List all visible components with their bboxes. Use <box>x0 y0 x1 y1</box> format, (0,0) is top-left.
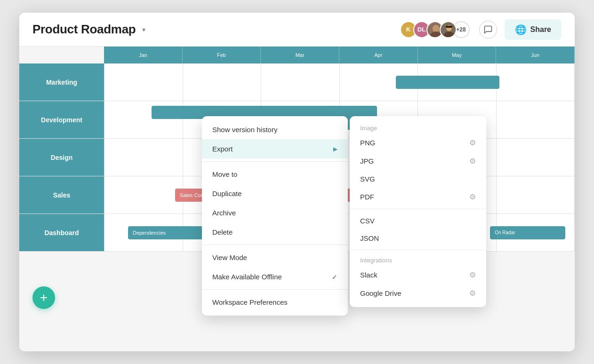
offline-check-icon: ✓ <box>332 273 337 281</box>
submenu-item-png[interactable]: PNG ⚙ <box>350 134 486 152</box>
app-container: Product Roadmap ▾ K DL <box>19 13 575 351</box>
share-button[interactable]: 🌐 Share <box>505 19 562 40</box>
export-arrow-icon: ▶ <box>333 146 337 152</box>
chat-icon[interactable] <box>479 21 497 39</box>
gear-icon-png[interactable]: ⚙ <box>469 138 476 147</box>
svg-point-3 <box>433 25 439 31</box>
export-submenu: Image PNG ⚙ JPG ⚙ SVG PDF ⚙ CSV JSON <box>350 116 486 307</box>
submenu-item-jpg[interactable]: JPG ⚙ <box>350 152 486 170</box>
col-header-1: Jan <box>104 47 183 63</box>
gear-icon-pdf[interactable]: ⚙ <box>469 192 476 201</box>
submenu-section-integrations: Integrations <box>350 253 486 266</box>
submenu-item-pdf[interactable]: PDF ⚙ <box>350 188 486 206</box>
menu-item-version-history[interactable]: Show version history <box>202 120 348 139</box>
row-label-marketing: Marketing <box>19 63 104 101</box>
share-label: Share <box>530 25 551 34</box>
menu-item-duplicate[interactable]: Duplicate <box>202 184 348 203</box>
row-label-design: Design <box>19 139 104 176</box>
submenu-divider-1 <box>350 209 486 209</box>
submenu-item-slack[interactable]: Slack ⚙ <box>350 266 486 284</box>
gantt-area: Jan Feb Mar Apr May Jun Marketing Develo… <box>19 47 575 351</box>
gantt-bar-dash-2[interactable]: On Radar <box>490 226 565 239</box>
menu-item-workspace-prefs[interactable]: Workspace Preferences <box>202 293 348 312</box>
gear-icon-jpg[interactable]: ⚙ <box>469 157 476 166</box>
submenu-item-csv[interactable]: CSV <box>350 212 486 229</box>
submenu-item-json[interactable]: JSON <box>350 229 486 247</box>
table-row: Marketing <box>19 63 575 101</box>
submenu-item-google-drive[interactable]: Google Drive ⚙ <box>350 284 486 302</box>
avatars-group: K DL +28 <box>400 21 470 38</box>
col-header-4: Apr <box>339 47 418 63</box>
menu-item-archive[interactable]: Archive <box>202 203 348 222</box>
row-label-development: Development <box>19 101 104 138</box>
submenu-section-image: Image <box>350 121 486 134</box>
col-header-6: Jun <box>496 47 575 63</box>
menu-item-view-mode[interactable]: View Mode <box>202 248 348 267</box>
header: Product Roadmap ▾ K DL <box>19 13 575 47</box>
row-label-sales: Sales <box>19 176 104 214</box>
menu-item-delete[interactable]: Delete <box>202 222 348 242</box>
share-globe-icon: 🌐 <box>515 24 527 35</box>
row-cells-marketing <box>104 63 575 101</box>
menu-item-offline[interactable]: Make Available Offline ✓ <box>202 267 348 286</box>
gear-icon-google-drive[interactable]: ⚙ <box>469 289 476 298</box>
menu-item-move[interactable]: Move to <box>202 165 348 184</box>
menu-divider-3 <box>202 289 348 290</box>
col-header-3: Mar <box>261 47 339 63</box>
svg-rect-7 <box>446 26 452 28</box>
page-title: Product Roadmap <box>32 22 136 37</box>
avatar-photo2 <box>440 21 457 38</box>
add-button[interactable]: + <box>32 286 55 309</box>
context-menu: Show version history Export ▶ Move to Du… <box>202 116 348 316</box>
gear-icon-slack[interactable]: ⚙ <box>469 270 476 279</box>
menu-divider-2 <box>202 245 348 245</box>
col-header-5: May <box>418 47 497 63</box>
title-dropdown-arrow[interactable]: ▾ <box>142 26 145 33</box>
col-header-2: Feb <box>183 47 261 63</box>
submenu-item-svg[interactable]: SVG <box>350 170 486 188</box>
row-label-dashboard: Dashboard <box>19 214 104 251</box>
gantt-bar-marketing[interactable] <box>396 76 499 89</box>
menu-item-export[interactable]: Export ▶ <box>202 139 348 158</box>
submenu-divider-2 <box>350 250 486 250</box>
menu-divider-1 <box>202 161 348 162</box>
